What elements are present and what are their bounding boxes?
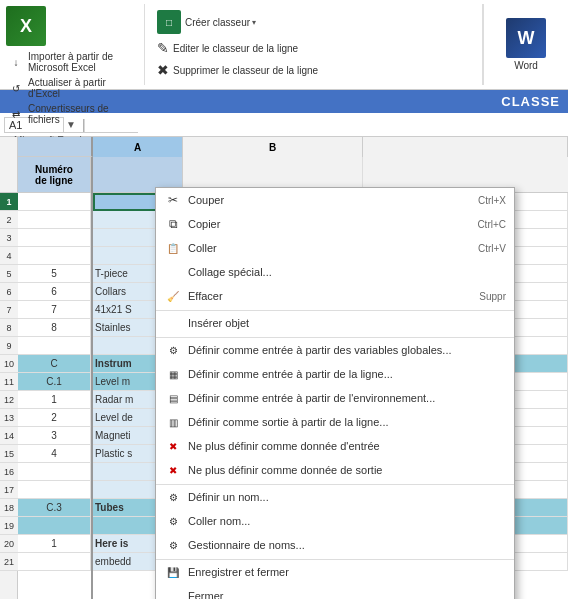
create-classeur-row: □ Créer classeur ▾ xyxy=(153,8,474,36)
clear-icon: 🧹 xyxy=(164,287,182,305)
context-menu-cut[interactable]: ✂ Couper Ctrl+X xyxy=(156,188,514,212)
context-menu: ✂ Couper Ctrl+X ⧉ Copier Ctrl+C 📋 Coller… xyxy=(155,187,515,599)
cut-shortcut: Ctrl+X xyxy=(478,195,506,206)
context-menu-define-name[interactable]: ⚙ Définir un nom... xyxy=(156,484,514,509)
convert-files-button[interactable]: ⇄ Convertisseurs de fichiers xyxy=(6,102,138,126)
frozen-col-header-label: Numérode ligne xyxy=(18,157,91,193)
row-num-15: 15 xyxy=(0,445,18,463)
col-b-header[interactable]: B xyxy=(183,137,363,157)
clear-label: Effacer xyxy=(188,290,471,302)
cut-label: Couper xyxy=(188,194,470,206)
convert-icon: ⇄ xyxy=(8,106,24,122)
row-num-18: 18 xyxy=(0,499,18,517)
row-num-2: 2 xyxy=(0,211,18,229)
delete-classeur-button[interactable]: ✖ Supprimer le classeur de la ligne xyxy=(153,60,322,80)
row-num-4: 4 xyxy=(0,247,18,265)
ribbon-word-section: W Word xyxy=(483,4,568,85)
ribbon-center-section: □ Créer classeur ▾ ✎ Editer le classeur … xyxy=(145,4,483,85)
paste-special-label: Collage spécial... xyxy=(188,266,506,278)
context-menu-name-manager[interactable]: ⚙ Gestionnaire de noms... xyxy=(156,533,514,557)
col-headers-row: A B xyxy=(0,137,568,157)
undefine-output-icon: ✖ xyxy=(164,461,182,479)
row-num-14: 14 xyxy=(0,427,18,445)
frozen-column: Numérode ligne 5 6 7 8 C C.1 1 2 3 4 C.3… xyxy=(18,157,93,599)
frozen-row-8: 8 xyxy=(18,319,91,337)
word-icon: W xyxy=(506,18,546,58)
row-num-20: 20 xyxy=(0,535,18,553)
context-menu-close[interactable]: Fermer xyxy=(156,584,514,599)
delete-classeur-label: Supprimer le classeur de la ligne xyxy=(173,65,318,76)
frozen-row-13: 2 xyxy=(18,409,91,427)
frozen-row-17 xyxy=(18,481,91,499)
edit-icon: ✎ xyxy=(157,40,169,56)
name-manager-icon: ⚙ xyxy=(164,536,182,554)
frozen-row-16 xyxy=(18,463,91,481)
row-header-corner xyxy=(0,157,17,193)
frozen-row-14: 3 xyxy=(18,427,91,445)
row-num-11: 11 xyxy=(0,373,18,391)
context-menu-paste[interactable]: 📋 Coller Ctrl+V xyxy=(156,236,514,260)
context-menu-undefine-input[interactable]: ✖ Ne plus définir comme donnée d'entrée xyxy=(156,434,514,458)
context-menu-define-output[interactable]: ▥ Définir comme sortie à partir de la li… xyxy=(156,410,514,434)
create-classeur-icon: □ xyxy=(157,10,181,34)
cut-icon: ✂ xyxy=(164,191,182,209)
context-menu-define-global[interactable]: ⚙ Définir comme entrée à partir des vari… xyxy=(156,337,514,362)
frozen-row-12: 1 xyxy=(18,391,91,409)
row-num-21: 21 xyxy=(0,553,18,571)
paste-name-icon: ⚙ xyxy=(164,512,182,530)
excel-icon: X xyxy=(6,6,46,46)
context-menu-define-line[interactable]: ▦ Définir comme entrée à partir de la li… xyxy=(156,362,514,386)
paste-special-icon xyxy=(164,263,182,281)
close-icon xyxy=(164,587,182,599)
frozen-row-4 xyxy=(18,247,91,265)
refresh-excel-button[interactable]: ↺ Actualiser à partir d'Excel xyxy=(6,76,138,100)
import-excel-button[interactable]: ↓ Importer à partir de Microsoft Excel xyxy=(6,50,138,74)
clear-shortcut: Suppr xyxy=(479,291,506,302)
edit-classeur-button[interactable]: ✎ Editer le classeur de la ligne xyxy=(153,38,302,58)
row-num-6: 6 xyxy=(0,283,18,301)
frozen-row-1 xyxy=(18,193,91,211)
frozen-row-11: C.1 xyxy=(18,373,91,391)
frozen-col-header xyxy=(18,137,93,157)
refresh-excel-label: Actualiser à partir d'Excel xyxy=(28,77,136,99)
frozen-row-21 xyxy=(18,553,91,571)
frozen-row-18: C.3 xyxy=(18,499,91,517)
create-classeur-label: Créer classeur xyxy=(185,17,250,28)
context-menu-paste-name[interactable]: ⚙ Coller nom... xyxy=(156,509,514,533)
title-text: CLASSE xyxy=(501,94,560,109)
define-env-label: Définir comme entrée à partir de l'envir… xyxy=(188,392,506,404)
context-menu-insert-object[interactable]: Insérer objet xyxy=(156,310,514,335)
create-classeur-button[interactable]: □ Créer classeur ▾ xyxy=(153,8,260,36)
row-num-9: 9 xyxy=(0,337,18,355)
undefine-input-label: Ne plus définir comme donnée d'entrée xyxy=(188,440,506,452)
col-rest-header xyxy=(363,137,568,157)
define-line-icon: ▦ xyxy=(164,365,182,383)
insert-label: Insérer objet xyxy=(188,317,506,329)
import-icon: ↓ xyxy=(8,54,24,70)
row-num-7: 7 xyxy=(0,301,18,319)
row-num-5: 5 xyxy=(0,265,18,283)
delete-icon: ✖ xyxy=(157,62,169,78)
context-menu-define-env[interactable]: ▤ Définir comme entrée à partir de l'env… xyxy=(156,386,514,410)
context-menu-save-close[interactable]: 💾 Enregistrer et fermer xyxy=(156,559,514,584)
paste-shortcut: Ctrl+V xyxy=(478,243,506,254)
context-menu-paste-special[interactable]: Collage spécial... xyxy=(156,260,514,284)
grid-area: 1 2 3 4 5 6 7 8 9 10 11 12 13 14 15 16 1… xyxy=(0,157,568,599)
frozen-row-6: 6 xyxy=(18,283,91,301)
name-manager-label: Gestionnaire de noms... xyxy=(188,539,506,551)
context-menu-undefine-output[interactable]: ✖ Ne plus définir comme donnée de sortie xyxy=(156,458,514,482)
define-output-label: Définir comme sortie à partir de la lign… xyxy=(188,416,506,428)
delete-classeur-row: ✖ Supprimer le classeur de la ligne xyxy=(153,60,474,80)
ribbon: X ↓ Importer à partir de Microsoft Excel… xyxy=(0,0,568,90)
frozen-row-5: 5 xyxy=(18,265,91,283)
context-menu-clear[interactable]: 🧹 Effacer Suppr xyxy=(156,284,514,308)
row-num-13: 13 xyxy=(0,409,18,427)
paste-label: Coller xyxy=(188,242,470,254)
formula-input[interactable] xyxy=(90,118,564,132)
col-a-header[interactable]: A xyxy=(93,137,183,157)
row-num-1: 1 xyxy=(0,193,18,211)
define-line-label: Définir comme entrée à partir de la lign… xyxy=(188,368,506,380)
copy-label: Copier xyxy=(188,218,469,230)
context-menu-copy[interactable]: ⧉ Copier Ctrl+C xyxy=(156,212,514,236)
row-num-3: 3 xyxy=(0,229,18,247)
